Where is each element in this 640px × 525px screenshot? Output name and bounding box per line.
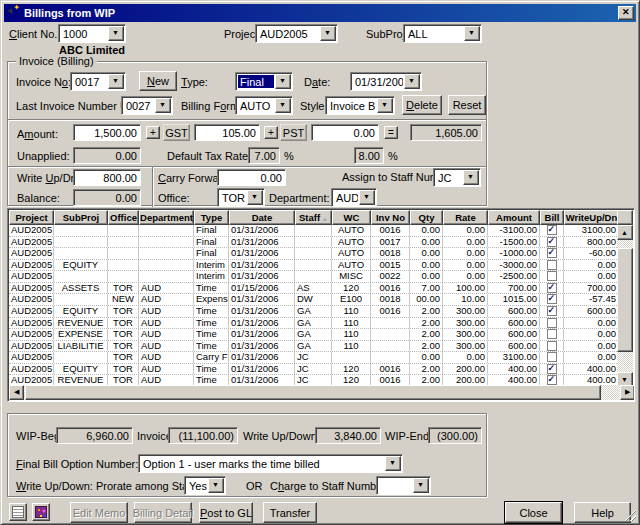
- table-row[interactable]: AUD2005ASSETSTORAUDTime01/15/2006AS12000…: [9, 283, 619, 295]
- bill-checkbox[interactable]: [547, 260, 557, 270]
- close-button[interactable]: Close: [505, 502, 562, 523]
- gst-amount-field[interactable]: [194, 124, 260, 141]
- equals-button[interactable]: =: [384, 126, 398, 139]
- bill-checkbox[interactable]: [547, 225, 557, 235]
- chevron-down-icon[interactable]: [385, 456, 401, 471]
- prorate-combobox[interactable]: Yes: [184, 476, 226, 495]
- reset-button[interactable]: Reset: [448, 95, 486, 115]
- pst-amount-field[interactable]: [311, 124, 379, 141]
- column-header-wc[interactable]: WC: [332, 210, 371, 225]
- table-row[interactable]: AUD2005EQUITYInterim01/31/2006AUTO00150.…: [9, 260, 619, 272]
- help-button[interactable]: Help: [574, 502, 631, 523]
- table-row[interactable]: AUD2005REVENUETORAUDTime01/31/2006GA1102…: [9, 318, 619, 330]
- table-row[interactable]: AUD2005EQUITYTORAUDTime01/31/2006GA11000…: [9, 306, 619, 318]
- chevron-down-icon[interactable]: [404, 74, 420, 89]
- project-combobox[interactable]: AUD2005: [255, 24, 338, 43]
- column-header-office[interactable]: Office: [108, 210, 139, 225]
- bill-checkbox[interactable]: [547, 283, 557, 293]
- bill-checkbox[interactable]: [547, 364, 557, 374]
- type-combobox[interactable]: Final: [235, 72, 293, 91]
- column-header-inv_no[interactable]: Inv No: [371, 210, 410, 225]
- transfer-button[interactable]: Transfer: [263, 502, 317, 523]
- bill-checkbox[interactable]: [547, 329, 557, 339]
- last-invoice-combobox[interactable]: 0027: [121, 96, 173, 115]
- table-row[interactable]: AUD2005LIABILITIETORAUDTime01/31/2006GA1…: [9, 341, 619, 353]
- column-header-type[interactable]: Type: [194, 210, 229, 225]
- column-header-qty[interactable]: Qty: [410, 210, 443, 225]
- style-combobox[interactable]: Invoice B: [325, 96, 395, 115]
- bill-checkbox[interactable]: [547, 294, 557, 304]
- column-header-amount[interactable]: Amount: [488, 210, 540, 225]
- add-gst-button[interactable]: +: [146, 126, 160, 139]
- chevron-down-icon[interactable]: [413, 478, 429, 493]
- column-header-department[interactable]: Department: [139, 210, 194, 225]
- bill-checkbox[interactable]: [547, 352, 557, 362]
- office-combobox[interactable]: TOR: [217, 188, 265, 207]
- column-header-subproj[interactable]: SubProj: [54, 210, 108, 225]
- write-updn-field[interactable]: [73, 169, 141, 186]
- new-button[interactable]: New: [139, 71, 177, 91]
- chevron-down-icon[interactable]: [108, 74, 124, 89]
- add-pst-button[interactable]: +: [264, 126, 278, 139]
- horizontal-scrollbar[interactable]: [9, 385, 635, 400]
- table-row[interactable]: AUD2005Final01/31/2006AUTO00180.000.00-1…: [9, 248, 619, 260]
- client-no-combobox[interactable]: 1000: [58, 24, 126, 43]
- assign-staff-combobox[interactable]: JC: [433, 168, 481, 187]
- close-icon[interactable]: [618, 6, 634, 20]
- chevron-down-icon[interactable]: [377, 98, 393, 113]
- chevron-down-icon[interactable]: [275, 74, 291, 89]
- table-row[interactable]: AUD2005Interim01/31/2006MISC00220.000.00…: [9, 271, 619, 283]
- scroll-right-icon[interactable]: [620, 385, 635, 400]
- chevron-down-icon[interactable]: [359, 190, 375, 205]
- date-combobox[interactable]: 01/31/2006: [350, 72, 422, 91]
- column-header-writeupdn[interactable]: WriteUp/Dn: [564, 210, 619, 225]
- table-row[interactable]: AUD2005Final01/31/2006AUTO00160.000.00-3…: [9, 225, 619, 237]
- table-row[interactable]: AUD2005EXPENSETORAUDTime01/31/2006GA1102…: [9, 329, 619, 341]
- table-row[interactable]: AUD2005TORAUDCarry F01/31/2006JC0.000.00…: [9, 352, 619, 364]
- pst-button[interactable]: PST: [280, 124, 307, 141]
- chart-icon-button[interactable]: [32, 503, 50, 521]
- chevron-down-icon[interactable]: [155, 98, 171, 113]
- billing-detail-button[interactable]: Billing Detail: [134, 502, 192, 523]
- bill-checkbox[interactable]: [547, 248, 557, 258]
- scroll-up-icon[interactable]: [617, 225, 633, 240]
- carry-forward-field[interactable]: [217, 169, 286, 186]
- horizontal-scroll-thumb[interactable]: [25, 385, 601, 400]
- scroll-left-icon[interactable]: [9, 385, 24, 400]
- chevron-down-icon[interactable]: [208, 478, 224, 493]
- table-row[interactable]: AUD2005EQUITYTORAUDTime01/31/2006JC12000…: [9, 364, 619, 376]
- column-header-staff[interactable]: Staff: [295, 210, 332, 225]
- edit-memo-button[interactable]: Edit Memo: [70, 502, 128, 523]
- billing-format-combobox[interactable]: AUTO: [235, 96, 293, 115]
- chevron-down-icon[interactable]: [464, 26, 480, 41]
- document-icon-button[interactable]: [9, 503, 27, 521]
- final-bill-option-combobox[interactable]: Option 1 - user marks the time billed: [138, 454, 403, 473]
- department-combobox[interactable]: AUD: [331, 188, 377, 207]
- gst-button[interactable]: GST: [163, 124, 190, 141]
- bill-checkbox[interactable]: [547, 375, 557, 385]
- subproj-combobox[interactable]: ALL: [403, 24, 482, 43]
- delete-button[interactable]: Delete: [402, 95, 442, 115]
- bill-checkbox[interactable]: [547, 341, 557, 351]
- bill-checkbox[interactable]: [547, 306, 557, 316]
- invoice-no-combobox[interactable]: 0017: [70, 72, 126, 91]
- chevron-down-icon[interactable]: [247, 190, 263, 205]
- column-header-bill[interactable]: Bill: [540, 210, 564, 225]
- bill-checkbox[interactable]: [547, 318, 557, 328]
- table-row[interactable]: AUD2005Final01/31/2006AUTO00170.000.00-1…: [9, 237, 619, 249]
- charge-staff-combobox[interactable]: [376, 476, 431, 495]
- chevron-down-icon[interactable]: [320, 26, 336, 41]
- table-row[interactable]: AUD2005NEWAUDExpense01/31/2006DWE1000018…: [9, 294, 619, 306]
- bill-checkbox[interactable]: [547, 271, 557, 281]
- amount-field[interactable]: [73, 124, 141, 141]
- column-header-date[interactable]: Date: [229, 210, 295, 225]
- bill-checkbox[interactable]: [547, 237, 557, 247]
- vertical-scrollbar[interactable]: [617, 225, 633, 387]
- chevron-down-icon[interactable]: [463, 170, 479, 185]
- post-to-gl-button[interactable]: Post to GL: [199, 502, 253, 523]
- vertical-scroll-thumb[interactable]: [617, 248, 633, 352]
- chevron-down-icon[interactable]: [275, 98, 291, 113]
- title-bar[interactable]: Billings from WIP: [4, 4, 636, 22]
- column-header-project[interactable]: Project: [9, 210, 54, 225]
- chevron-down-icon[interactable]: [108, 26, 124, 41]
